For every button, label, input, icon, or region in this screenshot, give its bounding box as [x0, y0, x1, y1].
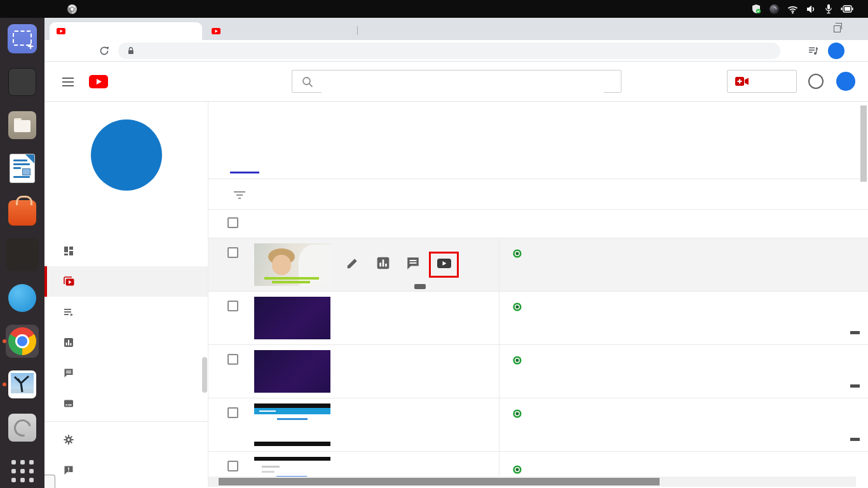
row-checkbox[interactable]: [227, 461, 238, 471]
dock-item-terminal[interactable]: [0, 67, 44, 97]
row-checkbox[interactable]: [227, 301, 238, 311]
dashboard-icon: [64, 246, 74, 256]
subtitles-icon: [64, 398, 74, 409]
system-tray[interactable]: [751, 0, 862, 18]
sidebar-item-videos[interactable]: [44, 266, 208, 297]
help-icon: [8, 284, 36, 312]
playlists-icon: [64, 307, 74, 317]
sidebar-item-dashboard[interactable]: [44, 236, 208, 266]
back-button[interactable]: [52, 42, 70, 60]
vertical-scrollbar[interactable]: [860, 105, 867, 182]
edit-button[interactable]: [346, 256, 361, 271]
youtube-favicon: [211, 26, 221, 36]
forward-button[interactable]: [74, 42, 92, 60]
video-thumbnail[interactable]: [254, 350, 330, 393]
search-input[interactable]: [322, 71, 604, 93]
account-avatar[interactable]: [836, 72, 855, 91]
video-thumbnail[interactable]: [254, 243, 330, 286]
dock: [0, 18, 44, 488]
studio-header: [44, 62, 868, 102]
column-separator: [499, 238, 499, 476]
browser-menu-icon[interactable]: [849, 42, 864, 60]
dock-item-sublime[interactable]: [0, 240, 44, 269]
minimize-button[interactable]: [806, 22, 822, 36]
media-controls-icon[interactable]: [806, 42, 821, 60]
table-row[interactable]: [208, 238, 868, 292]
media-controls-glyph: [808, 46, 818, 56]
tile-bg: [6, 238, 39, 271]
row-checkbox[interactable]: [227, 247, 238, 258]
row-checkbox[interactable]: [227, 407, 238, 418]
hamburger-menu-icon[interactable]: [62, 78, 74, 86]
analytics-icon: [64, 337, 74, 348]
video-thumbnail[interactable]: [254, 297, 330, 339]
chrome-icon: [67, 4, 77, 14]
dock-item-disks[interactable]: [0, 413, 44, 442]
sidebar-item-settings[interactable]: [44, 424, 208, 455]
shield-icon: [751, 4, 761, 14]
public-icon: [512, 409, 522, 419]
videos-icon: [64, 276, 74, 287]
dock-item-files[interactable]: [0, 111, 44, 140]
studio-search[interactable]: [292, 70, 621, 93]
google-chrome-icon: [8, 327, 36, 355]
public-icon: [512, 248, 522, 259]
comments-button[interactable]: [406, 256, 421, 271]
horizontal-scrollbar[interactable]: [208, 477, 856, 487]
like-ratio-bar: [850, 438, 860, 441]
system-top-bar: [0, 0, 868, 18]
sidebar-item-comments[interactable]: [44, 358, 208, 388]
horizontal-scrollbar-thumb[interactable]: [219, 478, 660, 485]
sidebar-item-analytics[interactable]: [44, 327, 208, 358]
address-bar[interactable]: [118, 43, 780, 59]
filter-input[interactable]: [259, 186, 452, 198]
select-all-checkbox[interactable]: [227, 217, 238, 228]
dock-item-help[interactable]: [0, 283, 44, 313]
tab-channel-videos[interactable]: [50, 22, 202, 40]
youtube-logo[interactable]: [89, 75, 108, 88]
table-row[interactable]: [208, 292, 868, 345]
wifi-icon: [787, 4, 798, 14]
tab-separator: [357, 26, 358, 35]
running-indicator: [3, 339, 6, 343]
annotation-highlight-box: [429, 252, 459, 278]
dock-item-photos[interactable]: [0, 370, 44, 399]
sidebar-item-subtitles[interactable]: [44, 388, 208, 419]
sidebar-item-playlists[interactable]: [44, 297, 208, 327]
table-row[interactable]: [208, 345, 868, 398]
close-window-button[interactable]: [850, 22, 867, 36]
help-circle-icon[interactable]: [808, 74, 824, 89]
dock-item-screenshot[interactable]: [0, 24, 44, 53]
new-tab-button[interactable]: [365, 23, 379, 37]
restore-button[interactable]: [834, 25, 841, 32]
dock-item-show-apps[interactable]: [0, 456, 44, 485]
sidebar-divider: [44, 421, 208, 422]
profile-avatar[interactable]: [828, 43, 844, 59]
filter-icon: [234, 191, 245, 200]
channel-avatar[interactable]: [91, 119, 162, 191]
dock-item-writer[interactable]: [0, 154, 44, 183]
tab-hub-video[interactable]: [205, 22, 352, 40]
video-thumbnail[interactable]: [254, 403, 330, 446]
dock-item-software[interactable]: [0, 197, 44, 226]
row-menu-icon[interactable]: [468, 255, 484, 273]
gear-icon: [64, 435, 74, 445]
sidebar-item-send-feedback[interactable]: [44, 455, 208, 485]
row-checkbox[interactable]: [227, 354, 238, 365]
tab-close-icon[interactable]: [186, 25, 197, 36]
tracker-icon: [770, 4, 779, 14]
files-icon: [8, 111, 36, 139]
terminal-icon: [8, 68, 36, 96]
analytics-button[interactable]: [376, 256, 391, 271]
reload-button[interactable]: [95, 42, 113, 60]
disks-icon: [8, 414, 36, 442]
bookmark-star-icon[interactable]: [784, 42, 799, 60]
sidebar-scrollbar[interactable]: [202, 357, 207, 393]
dock-item-chrome[interactable]: [0, 327, 44, 356]
app-menu[interactable]: [67, 0, 86, 18]
table-row[interactable]: [208, 398, 868, 452]
tooltip: [414, 284, 426, 289]
create-button[interactable]: [727, 70, 797, 93]
tab-close-icon[interactable]: [336, 25, 347, 36]
battery-icon: [841, 5, 853, 13]
